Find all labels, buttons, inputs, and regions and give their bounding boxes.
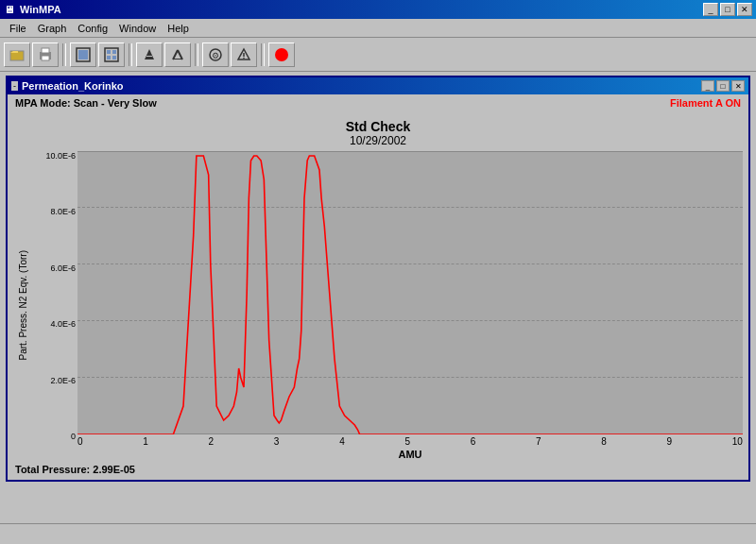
toolbar: ⚙ (0, 38, 756, 72)
mpa-mode-bar: MPA Mode: Scan - Very Slow Filament A ON (8, 94, 748, 111)
toolbar-btn3[interactable] (70, 42, 96, 67)
x-tick-10: 10 (732, 436, 743, 447)
toolbar-btn7[interactable]: ⚙ (202, 42, 229, 67)
mpa-mode-label: MPA Mode: Scan - Very Slow (15, 97, 157, 109)
x-axis-label: AMU (77, 449, 743, 460)
svg-point-19 (243, 57, 245, 59)
inner-window-title: Permeation_Korinko (22, 80, 124, 92)
svg-rect-3 (42, 56, 49, 60)
app-title-buttons: _ □ ✕ (703, 3, 752, 16)
svg-rect-14 (173, 59, 182, 60)
toolbar-btn8[interactable] (231, 42, 257, 67)
y-tick-1: 2.0E-6 (32, 376, 76, 385)
x-tick-2: 2 (209, 436, 215, 447)
toolbar-btn5[interactable] (136, 42, 163, 67)
plot-area: 0 1 2 3 4 5 6 7 8 9 10 AMU (77, 151, 743, 460)
toolbar-btn6[interactable] (164, 42, 191, 67)
app-icon: 🖥 (4, 4, 14, 15)
chart-body: Part. Press. N2 Eqv. (Torr) 0 2.0E-6 4.0… (13, 151, 743, 460)
chart-svg (77, 151, 743, 434)
y-tick-5: 10.0E-6 (32, 151, 76, 161)
y-tick-2: 4.0E-6 (32, 319, 76, 329)
inner-title-buttons: _ □ ✕ (701, 80, 745, 92)
toolbar-btn4[interactable] (98, 42, 125, 67)
inner-close-button[interactable]: ✕ (731, 80, 745, 92)
svg-rect-10 (112, 56, 116, 60)
chart-wrapper: Std Check 10/29/2002 Part. Press. N2 Eqv… (8, 113, 748, 460)
app-minimize-button[interactable]: _ (703, 3, 718, 16)
total-pressure-label: Total Pressure: 2.99E-05 (15, 464, 135, 475)
y-tick-0: 0 (32, 432, 76, 441)
bottom-status-bar (0, 523, 756, 544)
y-axis-label: Part. Press. N2 Eqv. (Torr) (16, 250, 30, 361)
svg-rect-11 (146, 56, 152, 57)
y-axis-label-container: Part. Press. N2 Eqv. (Torr) (13, 151, 32, 460)
app-title-label: WinMPA (20, 4, 61, 15)
svg-rect-7 (107, 50, 111, 54)
inner-window-icon: - (11, 81, 18, 91)
svg-rect-2 (42, 48, 49, 53)
chart-subtitle: 10/29/2002 (13, 134, 743, 147)
svg-rect-9 (107, 56, 111, 60)
svg-rect-5 (78, 50, 88, 60)
svg-rect-8 (112, 50, 116, 54)
chart-line (77, 156, 743, 434)
toolbar-sep-3 (195, 43, 198, 66)
toolbar-open-button[interactable] (4, 42, 30, 67)
toolbar-sep-4 (261, 43, 265, 66)
x-tick-0: 0 (77, 436, 83, 447)
app-title-text: 🖥 WinMPA (4, 4, 61, 15)
x-tick-5: 5 (404, 436, 410, 447)
chart-plot (77, 151, 743, 434)
x-tick-8: 8 (601, 436, 607, 447)
x-tick-labels: 0 1 2 3 4 5 6 7 8 9 10 (77, 434, 743, 449)
x-tick-4: 4 (339, 436, 345, 447)
filament-status-label: Filament A ON (670, 97, 741, 109)
svg-text:⚙: ⚙ (212, 51, 219, 60)
toolbar-sep-1 (62, 43, 66, 66)
toolbar-sep-2 (129, 43, 132, 66)
app-close-button[interactable]: ✕ (737, 3, 752, 16)
x-tick-3: 3 (274, 436, 280, 447)
menu-file[interactable]: File (4, 22, 32, 35)
app-title-bar: 🖥 WinMPA _ □ ✕ (0, 0, 756, 19)
y-tick-4: 8.0E-6 (32, 207, 76, 216)
menu-bar: File Graph Config Window Help (0, 19, 756, 38)
svg-point-20 (275, 48, 288, 61)
chart-title: Std Check (13, 113, 743, 134)
x-tick-1: 1 (143, 436, 148, 447)
toolbar-print-button[interactable] (32, 42, 59, 67)
menu-graph[interactable]: Graph (32, 22, 73, 35)
inner-title-bar: - Permeation_Korinko _ □ ✕ (8, 77, 748, 94)
menu-help[interactable]: Help (162, 22, 195, 35)
svg-line-13 (178, 50, 182, 60)
y-tick-3: 6.0E-6 (32, 264, 76, 273)
x-tick-6: 6 (471, 436, 476, 447)
menu-window[interactable]: Window (113, 22, 162, 35)
svg-line-12 (173, 50, 178, 60)
y-tick-labels: 0 2.0E-6 4.0E-6 6.0E-6 8.0E-6 10.0E-6 (32, 151, 77, 460)
toolbar-stop-button[interactable] (268, 42, 295, 67)
status-bar: Total Pressure: 2.99E-05 (8, 460, 748, 479)
app-maximize-button[interactable]: □ (720, 3, 735, 16)
x-tick-9: 9 (667, 436, 673, 447)
inner-minimize-button[interactable]: _ (701, 80, 714, 92)
inner-maximize-button[interactable]: □ (716, 80, 730, 92)
inner-window: - Permeation_Korinko _ □ ✕ MPA Mode: Sca… (6, 76, 750, 482)
x-tick-7: 7 (536, 436, 541, 447)
menu-config[interactable]: Config (72, 22, 113, 35)
